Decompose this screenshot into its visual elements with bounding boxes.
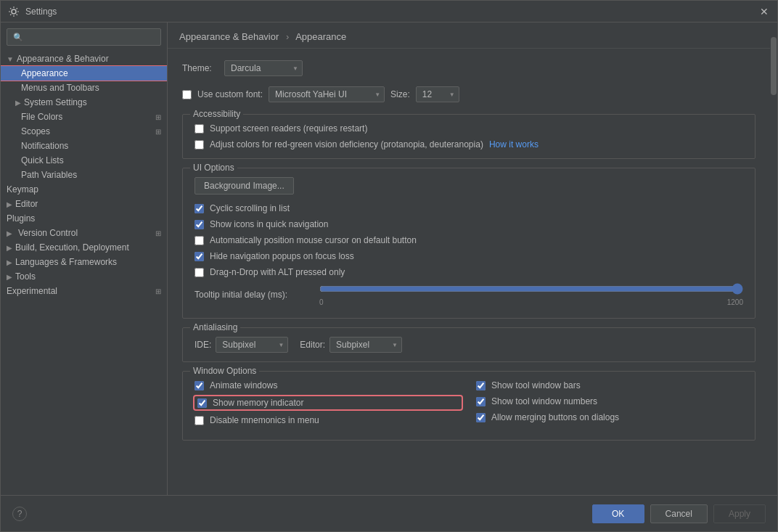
scrollbar-thumb [771, 37, 777, 95]
slider-min: 0 [319, 298, 324, 306]
custom-font-checkbox[interactable] [182, 90, 192, 99]
apply-button[interactable]: Apply [713, 504, 766, 523]
settings-window: Settings ✕ 🔍 ▼ Appearance & Behavior App… [0, 0, 778, 532]
window-options-section: Window Options Animate windows Show memo… [182, 371, 756, 441]
expand-arrow: ▶ [7, 273, 12, 281]
ide-aa-label: IDE: [194, 340, 211, 350]
ide-aa-select[interactable]: Subpixel None Greyscale [216, 337, 288, 353]
breadcrumb-separator: › [286, 31, 289, 42]
close-button[interactable]: ✕ [758, 6, 770, 17]
ide-aa-select-wrapper[interactable]: Subpixel None Greyscale [216, 337, 288, 353]
hide-nav-popups-row: Hide navigation popups on focus loss [194, 251, 743, 261]
sidebar-item-scopes[interactable]: Scopes ⊞ [1, 124, 167, 139]
editor-aa-select-wrapper[interactable]: Subpixel None Greyscale [329, 337, 402, 353]
sidebar-item-label: Menus and Toolbars [21, 83, 99, 93]
allow-merging-buttons-checkbox[interactable] [476, 413, 486, 422]
show-memory-label: Show memory indicator [213, 398, 303, 408]
sidebar-item-experimental[interactable]: Experimental ⊞ [1, 284, 167, 298]
show-memory-checkbox[interactable] [197, 398, 207, 408]
cyclic-scrolling-checkbox[interactable] [194, 204, 204, 213]
sidebar-item-quick-lists[interactable]: Quick Lists [1, 153, 167, 168]
expand-arrow: ▶ [7, 229, 12, 237]
cyclic-scrolling-row: Cyclic scrolling in list [194, 203, 743, 213]
sidebar-item-appearance[interactable]: Appearance [1, 66, 167, 81]
sidebar-item-plugins[interactable]: Plugins [1, 211, 167, 226]
sidebar-item-notifications[interactable]: Notifications [1, 139, 167, 153]
cyclic-scrolling-label: Cyclic scrolling in list [210, 203, 290, 213]
adjust-colors-checkbox[interactable] [194, 140, 204, 150]
sidebar-item-menus-toolbars[interactable]: Menus and Toolbars [1, 81, 167, 95]
help-button[interactable]: ? [12, 507, 27, 521]
show-tool-window-bars-checkbox[interactable] [476, 381, 486, 390]
screen-readers-row: Support screen readers (requires restart… [194, 123, 743, 134]
window-options-section-title: Window Options [190, 366, 259, 376]
vc-icon: ⊞ [155, 229, 161, 237]
auto-position-label: Automatically position mouse cursor on d… [210, 235, 417, 245]
settings-icon [8, 6, 20, 17]
sidebar-item-label: Tools [15, 271, 36, 282]
sidebar-item-label: Languages & Frameworks [15, 257, 117, 267]
antialiasing-row: IDE: Subpixel None Greyscale Editor: [194, 337, 743, 353]
expand-arrow: ▼ [7, 55, 14, 63]
show-icons-nav-row: Show icons in quick navigation [194, 219, 743, 229]
window-options-grid: Animate windows Show memory indicator Di… [194, 380, 743, 431]
theme-select-wrapper[interactable]: Darcula IntelliJ High Contrast [224, 60, 303, 76]
sidebar-item-label: Build, Execution, Deployment [15, 242, 129, 253]
tooltip-slider-container: 0 1200 [319, 283, 743, 306]
drag-drop-alt-checkbox[interactable] [194, 268, 204, 277]
sidebar-item-label: Experimental [7, 286, 57, 296]
font-select-wrapper[interactable]: Microsoft YaHei UI [269, 86, 385, 102]
hide-nav-popups-checkbox[interactable] [194, 252, 204, 261]
bottom-bar: ? OK Cancel Apply [1, 495, 777, 531]
adjust-colors-row: Adjust colors for red-green vision defic… [194, 139, 743, 150]
custom-font-label: Use custom font: [197, 89, 263, 99]
settings-panel: Appearance & Behavior › Appearance Theme… [168, 22, 770, 495]
sidebar-item-label: Path Variables [21, 170, 77, 180]
how-it-works-link[interactable]: How it works [489, 139, 539, 150]
ok-button[interactable]: OK [592, 504, 644, 523]
sidebar-item-languages-frameworks[interactable]: ▶ Languages & Frameworks [1, 255, 167, 269]
tool-window-col: Show tool window bars Show tool window n… [476, 380, 743, 431]
sidebar-item-keymap[interactable]: Keymap [1, 182, 167, 197]
sidebar-item-appearance-behavior[interactable]: ▼ Appearance & Behavior [1, 52, 167, 66]
screen-readers-checkbox[interactable] [194, 124, 204, 134]
sidebar-item-build-exec-deploy[interactable]: ▶ Build, Execution, Deployment [1, 240, 167, 255]
sidebar-item-label: Version Control [18, 228, 78, 238]
allow-merging-buttons-row: Allow merging buttons on dialogs [476, 412, 743, 422]
adjust-colors-label: Adjust colors for red-green vision defic… [210, 139, 483, 150]
sidebar-item-label: System Settings [24, 97, 87, 107]
disable-mnemonics-checkbox[interactable] [194, 416, 204, 425]
font-select[interactable]: Microsoft YaHei UI [269, 86, 385, 102]
content-area: Theme: Darcula IntelliJ High Contrast Us… [168, 49, 770, 495]
size-label: Size: [390, 89, 410, 99]
sidebar-item-tools[interactable]: ▶ Tools [1, 269, 167, 284]
sidebar-item-version-control[interactable]: ▶ Version Control ⊞ [1, 226, 167, 240]
window-title: Settings [25, 7, 758, 17]
size-select[interactable]: 12 11 13 14 [416, 86, 459, 102]
background-image-button[interactable]: Background Image... [194, 177, 294, 195]
animate-windows-checkbox[interactable] [194, 381, 204, 390]
show-icons-nav-checkbox[interactable] [194, 220, 204, 229]
search-input[interactable] [26, 32, 155, 42]
show-tool-window-numbers-checkbox[interactable] [476, 397, 486, 406]
size-select-wrapper[interactable]: 12 11 13 14 [416, 86, 459, 102]
tooltip-delay-slider[interactable] [319, 283, 743, 295]
cancel-button[interactable]: Cancel [650, 504, 708, 523]
sidebar-item-system-settings[interactable]: ▶ System Settings [1, 95, 167, 110]
disable-mnemonics-row: Disable mnemonics in menu [194, 415, 462, 425]
right-scrollbar[interactable] [770, 22, 777, 495]
sidebar-item-path-variables[interactable]: Path Variables [1, 168, 167, 182]
animate-windows-row: Animate windows [194, 380, 462, 390]
show-tool-window-numbers-row: Show tool window numbers [476, 396, 743, 406]
editor-aa-select[interactable]: Subpixel None Greyscale [329, 337, 402, 353]
theme-select[interactable]: Darcula IntelliJ High Contrast [224, 60, 303, 76]
antialiasing-section-title: Antialiasing [190, 322, 240, 332]
sidebar-item-label: Appearance & Behavior [17, 54, 109, 64]
background-image-row: Background Image... [194, 177, 743, 195]
sidebar-item-file-colors[interactable]: File Colors ⊞ [1, 110, 167, 124]
auto-position-checkbox[interactable] [194, 236, 204, 245]
accessibility-section: Accessibility Support screen readers (re… [182, 114, 756, 159]
sidebar-item-editor[interactable]: ▶ Editor [1, 197, 167, 211]
search-box[interactable]: 🔍 [7, 28, 161, 46]
bottom-left: ? [12, 507, 586, 521]
